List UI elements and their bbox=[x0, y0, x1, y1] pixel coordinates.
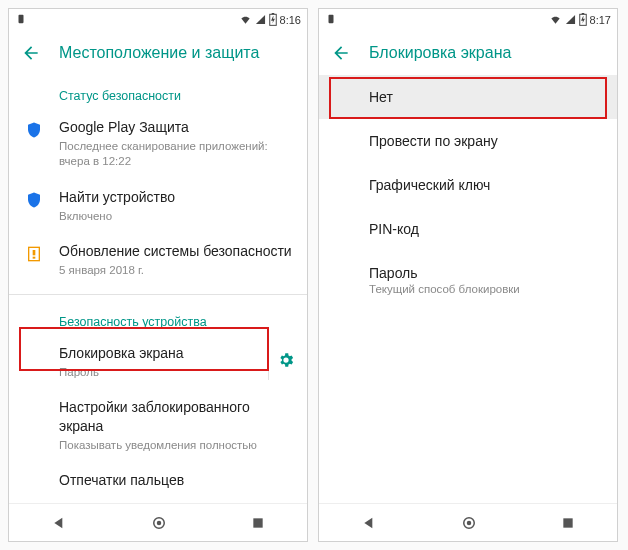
phone-left: 8:16 Местоположение и защита Статус безо… bbox=[8, 8, 308, 542]
clock-text: 8:16 bbox=[280, 14, 301, 26]
nav-bar bbox=[319, 503, 617, 541]
nav-home-icon[interactable] bbox=[460, 514, 478, 532]
row-subtitle: Показывать уведомления полностью bbox=[59, 438, 295, 454]
svg-rect-8 bbox=[254, 518, 263, 527]
row-fingerprint[interactable]: Отпечатки пальцев bbox=[9, 462, 307, 503]
battery-icon bbox=[269, 13, 277, 28]
row-title: Найти устройство bbox=[59, 188, 295, 207]
shield-icon bbox=[25, 120, 43, 144]
shield-icon bbox=[25, 190, 43, 214]
gear-icon bbox=[277, 351, 295, 373]
settings-list[interactable]: Статус безопасности Google Play Защита П… bbox=[9, 75, 307, 503]
row-security-update[interactable]: Обновление системы безопасности 5 января… bbox=[9, 233, 307, 287]
row-play-protect[interactable]: Google Play Защита Последнее сканировани… bbox=[9, 109, 307, 179]
option-pin[interactable]: PIN-код bbox=[319, 207, 617, 251]
row-subtitle: Включено bbox=[59, 209, 295, 225]
signal-icon bbox=[565, 14, 576, 27]
nav-back-icon[interactable] bbox=[51, 515, 67, 531]
battery-icon bbox=[579, 13, 587, 28]
svg-rect-5 bbox=[33, 257, 36, 259]
highlight-annotation bbox=[19, 327, 269, 371]
lock-options-list[interactable]: Нет Провести по экрану Графический ключ … bbox=[319, 75, 617, 503]
status-bar: 8:17 bbox=[319, 9, 617, 31]
sim-icon bbox=[15, 14, 27, 26]
screen-lock-settings-button[interactable] bbox=[268, 344, 295, 380]
phone-right: 8:17 Блокировка экрана Нет Провести по э… bbox=[318, 8, 618, 542]
svg-point-7 bbox=[157, 520, 162, 525]
warning-icon bbox=[26, 244, 42, 268]
app-bar: Блокировка экрана bbox=[319, 31, 617, 75]
nav-recent-icon[interactable] bbox=[561, 516, 575, 530]
option-label: Провести по экрану bbox=[369, 133, 498, 149]
svg-rect-2 bbox=[271, 13, 274, 14]
nav-bar bbox=[9, 503, 307, 541]
option-password[interactable]: Пароль Текущий способ блокировки bbox=[319, 251, 617, 309]
nav-back-icon[interactable] bbox=[361, 515, 377, 531]
option-pattern[interactable]: Графический ключ bbox=[319, 163, 617, 207]
svg-rect-11 bbox=[581, 13, 584, 14]
clock-text: 8:17 bbox=[590, 14, 611, 26]
option-swipe[interactable]: Провести по экрану bbox=[319, 119, 617, 163]
row-find-device[interactable]: Найти устройство Включено bbox=[9, 179, 307, 233]
row-title: Настройки заблокированного экрана bbox=[59, 398, 295, 436]
signal-icon bbox=[255, 14, 266, 27]
row-subtitle: Последнее сканирование приложений: вчера… bbox=[59, 139, 295, 170]
svg-rect-0 bbox=[19, 15, 24, 23]
highlight-annotation bbox=[329, 77, 607, 119]
option-sublabel: Текущий способ блокировки bbox=[369, 283, 601, 295]
option-label: PIN-код bbox=[369, 221, 419, 237]
row-title: Обновление системы безопасности bbox=[59, 242, 295, 261]
page-title: Блокировка экрана bbox=[369, 44, 511, 62]
option-label: Пароль bbox=[369, 265, 601, 281]
nav-home-icon[interactable] bbox=[150, 514, 168, 532]
divider bbox=[9, 294, 307, 295]
svg-point-13 bbox=[467, 520, 472, 525]
row-title: Google Play Защита bbox=[59, 118, 295, 137]
status-bar: 8:16 bbox=[9, 9, 307, 31]
row-lockscreen-prefs[interactable]: Настройки заблокированного экрана Показы… bbox=[9, 389, 307, 462]
option-label: Графический ключ bbox=[369, 177, 490, 193]
row-title: Отпечатки пальцев bbox=[59, 471, 295, 490]
wifi-icon bbox=[549, 14, 562, 27]
section-header-security-status: Статус безопасности bbox=[9, 75, 307, 109]
svg-rect-4 bbox=[33, 250, 36, 255]
svg-rect-14 bbox=[564, 518, 573, 527]
svg-rect-9 bbox=[329, 15, 334, 23]
app-bar: Местоположение и защита bbox=[9, 31, 307, 75]
wifi-icon bbox=[239, 14, 252, 27]
back-arrow-icon[interactable] bbox=[331, 43, 351, 63]
sim-icon bbox=[325, 14, 337, 26]
back-arrow-icon[interactable] bbox=[21, 43, 41, 63]
nav-recent-icon[interactable] bbox=[251, 516, 265, 530]
row-subtitle: 5 января 2018 г. bbox=[59, 263, 295, 279]
page-title: Местоположение и защита bbox=[59, 44, 259, 62]
